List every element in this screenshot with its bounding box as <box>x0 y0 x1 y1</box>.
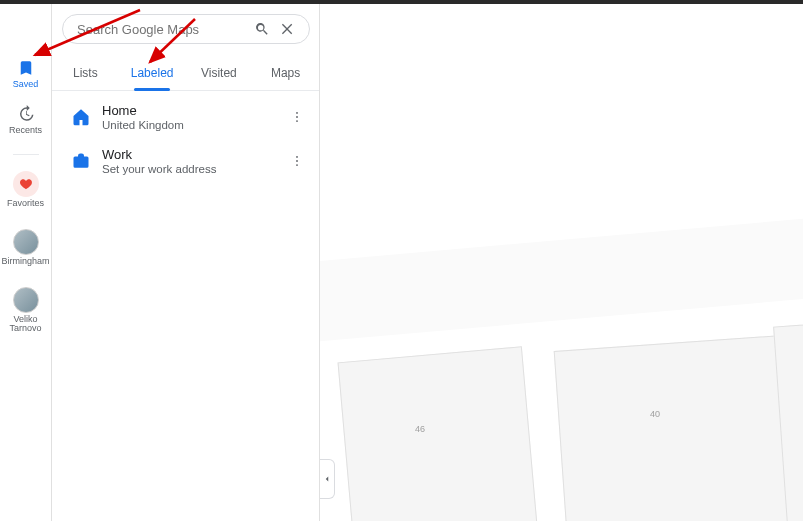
tab-maps[interactable]: Maps <box>252 56 319 90</box>
entry-work-title: Work <box>102 147 287 162</box>
left-rail: Saved Recents Favorites Birmingham Velik… <box>0 4 51 521</box>
heart-icon <box>13 171 39 197</box>
rail-saved[interactable]: Saved <box>0 54 51 96</box>
collapse-panel-button[interactable] <box>320 459 335 499</box>
rail-recents-label: Recents <box>9 126 42 136</box>
city-thumb-icon <box>13 229 39 255</box>
entry-work-sub: Set your work address <box>102 163 287 175</box>
search-button[interactable] <box>249 16 275 42</box>
rail-favorites-label: Favorites <box>7 199 44 209</box>
clear-search-button[interactable] <box>275 16 301 42</box>
search-box[interactable] <box>62 14 310 44</box>
search-wrap <box>62 14 310 44</box>
rail-city-birmingham[interactable]: Birmingham <box>0 219 51 273</box>
side-panel: Lists Labeled Visited Maps Home United K… <box>52 4 320 521</box>
entry-work-text: Work Set your work address <box>102 147 287 175</box>
svg-point-5 <box>296 160 298 162</box>
entry-work-more[interactable] <box>287 154 307 168</box>
home-icon <box>66 108 96 126</box>
tab-maps-label: Maps <box>271 66 300 80</box>
more-vert-icon <box>290 154 304 168</box>
map-building <box>338 346 538 521</box>
rail-saved-label: Saved <box>13 80 39 90</box>
map-label-46: 46 <box>415 424 425 434</box>
tab-lists-label: Lists <box>73 66 98 80</box>
tab-labeled[interactable]: Labeled <box>119 56 186 90</box>
tab-labeled-label: Labeled <box>131 66 174 80</box>
entry-home-more[interactable] <box>287 110 307 124</box>
svg-point-1 <box>296 116 298 118</box>
tab-lists[interactable]: Lists <box>52 56 119 90</box>
svg-point-0 <box>296 112 298 114</box>
rail-favorites[interactable]: Favorites <box>0 167 51 215</box>
rail-divider <box>13 154 39 155</box>
search-icon <box>254 21 270 37</box>
entry-home-title: Home <box>102 103 287 118</box>
tab-visited[interactable]: Visited <box>186 56 253 90</box>
labeled-list: Home United Kingdom Work Set your work a… <box>52 91 319 187</box>
chevron-left-icon <box>322 474 332 484</box>
map-canvas[interactable]: 46 40 <box>320 4 803 521</box>
svg-rect-3 <box>74 157 88 167</box>
more-vert-icon <box>290 110 304 124</box>
map-label-40: 40 <box>650 409 660 419</box>
rail-recents[interactable]: Recents <box>0 100 51 142</box>
search-input[interactable] <box>77 22 249 37</box>
entry-home-sub: United Kingdom <box>102 119 287 131</box>
rail-city1-label: Birmingham <box>1 257 49 267</box>
entry-work[interactable]: Work Set your work address <box>52 139 319 183</box>
rail-city2-label: Veliko Tarnovo <box>0 315 51 335</box>
svg-point-6 <box>296 164 298 166</box>
close-icon <box>280 21 296 37</box>
city-thumb-icon <box>13 287 39 313</box>
svg-point-2 <box>296 120 298 122</box>
map-road <box>320 216 803 345</box>
map-building <box>554 334 803 521</box>
entry-home-text: Home United Kingdom <box>102 103 287 131</box>
panel-tabs: Lists Labeled Visited Maps <box>52 56 319 91</box>
tab-visited-label: Visited <box>201 66 237 80</box>
entry-home[interactable]: Home United Kingdom <box>52 95 319 139</box>
svg-point-4 <box>296 156 298 158</box>
history-icon <box>16 104 36 124</box>
rail-city-veliko-tarnovo[interactable]: Veliko Tarnovo <box>0 277 51 341</box>
bookmark-icon <box>16 58 36 78</box>
briefcase-icon <box>66 152 96 170</box>
